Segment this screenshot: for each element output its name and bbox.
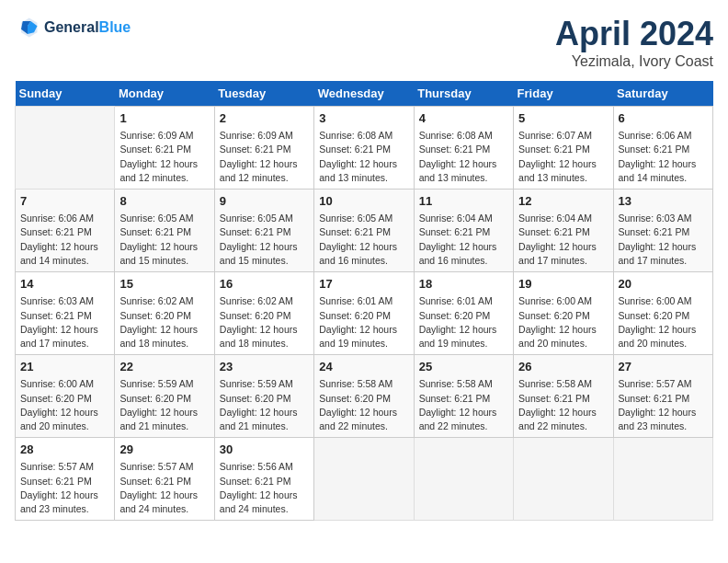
- calendar-week-4: 21Sunrise: 6:00 AMSunset: 6:20 PMDayligh…: [16, 355, 713, 438]
- header-cell-saturday: Saturday: [613, 81, 712, 107]
- day-info: Sunrise: 6:02 AMSunset: 6:20 PMDaylight:…: [220, 294, 309, 350]
- day-number: 21: [20, 359, 109, 375]
- calendar-cell: 14Sunrise: 6:03 AMSunset: 6:21 PMDayligh…: [16, 272, 115, 355]
- calendar-table: SundayMondayTuesdayWednesdayThursdayFrid…: [15, 81, 713, 521]
- day-number: 24: [319, 359, 408, 375]
- day-number: 13: [619, 193, 708, 210]
- logo: GeneralBlue: [15, 15, 131, 40]
- calendar-cell: 7Sunrise: 6:06 AMSunset: 6:21 PMDaylight…: [16, 190, 115, 272]
- calendar-cell: 4Sunrise: 6:08 AMSunset: 6:21 PMDaylight…: [414, 107, 513, 190]
- calendar-title: April 2024: [555, 15, 713, 53]
- calendar-cell: 1Sunrise: 6:09 AMSunset: 6:21 PMDaylight…: [115, 107, 214, 190]
- day-info: Sunrise: 6:01 AMSunset: 6:20 PMDaylight:…: [319, 294, 408, 350]
- calendar-cell: 23Sunrise: 5:59 AMSunset: 6:20 PMDayligh…: [214, 355, 313, 438]
- day-info: Sunrise: 5:58 AMSunset: 6:21 PMDaylight:…: [419, 377, 508, 433]
- day-number: 2: [220, 110, 309, 127]
- header-cell-tuesday: Tuesday: [214, 81, 313, 107]
- day-number: 4: [419, 110, 508, 127]
- day-number: 1: [119, 110, 209, 127]
- day-number: 7: [20, 193, 109, 210]
- calendar-cell: 6Sunrise: 6:06 AMSunset: 6:21 PMDaylight…: [613, 107, 712, 190]
- day-info: Sunrise: 6:03 AMSunset: 6:21 PMDaylight:…: [20, 294, 109, 350]
- calendar-cell: 20Sunrise: 6:00 AMSunset: 6:20 PMDayligh…: [613, 272, 712, 355]
- day-number: 17: [319, 276, 408, 293]
- day-info: Sunrise: 6:02 AMSunset: 6:20 PMDaylight:…: [119, 294, 209, 350]
- day-number: 8: [119, 193, 209, 210]
- day-number: 5: [518, 110, 608, 127]
- day-info: Sunrise: 6:06 AMSunset: 6:21 PMDaylight:…: [619, 129, 708, 185]
- day-number: 9: [220, 193, 309, 210]
- day-info: Sunrise: 6:06 AMSunset: 6:21 PMDaylight:…: [20, 212, 109, 268]
- calendar-cell: 29Sunrise: 5:57 AMSunset: 6:21 PMDayligh…: [115, 438, 214, 521]
- calendar-cell: 28Sunrise: 5:57 AMSunset: 6:21 PMDayligh…: [16, 438, 115, 521]
- calendar-cell: [613, 438, 712, 521]
- day-number: 3: [319, 110, 408, 127]
- day-info: Sunrise: 6:09 AMSunset: 6:21 PMDaylight:…: [119, 129, 209, 185]
- header-cell-friday: Friday: [514, 81, 613, 107]
- calendar-cell: 8Sunrise: 6:05 AMSunset: 6:21 PMDaylight…: [115, 190, 214, 272]
- calendar-cell: [314, 438, 414, 521]
- day-info: Sunrise: 6:05 AMSunset: 6:21 PMDaylight:…: [119, 212, 209, 268]
- day-info: Sunrise: 6:01 AMSunset: 6:20 PMDaylight:…: [419, 294, 508, 350]
- day-info: Sunrise: 5:57 AMSunset: 6:21 PMDaylight:…: [20, 460, 109, 516]
- day-number: 23: [220, 359, 309, 375]
- day-info: Sunrise: 6:00 AMSunset: 6:20 PMDaylight:…: [518, 294, 608, 350]
- day-info: Sunrise: 6:08 AMSunset: 6:21 PMDaylight:…: [319, 129, 408, 185]
- calendar-cell: 18Sunrise: 6:01 AMSunset: 6:20 PMDayligh…: [414, 272, 513, 355]
- day-info: Sunrise: 6:04 AMSunset: 6:21 PMDaylight:…: [518, 212, 608, 268]
- day-info: Sunrise: 5:57 AMSunset: 6:21 PMDaylight:…: [119, 460, 209, 516]
- day-number: 29: [119, 442, 209, 458]
- calendar-cell: [414, 438, 513, 521]
- calendar-header-row: SundayMondayTuesdayWednesdayThursdayFrid…: [16, 81, 713, 107]
- calendar-cell: 10Sunrise: 6:05 AMSunset: 6:21 PMDayligh…: [314, 190, 414, 272]
- day-number: 30: [220, 442, 309, 458]
- day-info: Sunrise: 6:08 AMSunset: 6:21 PMDaylight:…: [419, 129, 508, 185]
- day-number: 27: [619, 359, 708, 375]
- calendar-cell: 5Sunrise: 6:07 AMSunset: 6:21 PMDaylight…: [514, 107, 613, 190]
- calendar-cell: 2Sunrise: 6:09 AMSunset: 6:21 PMDaylight…: [214, 107, 313, 190]
- header-cell-thursday: Thursday: [414, 81, 513, 107]
- day-number: 14: [20, 276, 109, 293]
- calendar-cell: 9Sunrise: 6:05 AMSunset: 6:21 PMDaylight…: [214, 190, 313, 272]
- calendar-cell: [16, 107, 115, 190]
- calendar-cell: 11Sunrise: 6:04 AMSunset: 6:21 PMDayligh…: [414, 190, 513, 272]
- day-info: Sunrise: 6:04 AMSunset: 6:21 PMDaylight:…: [419, 212, 508, 268]
- calendar-cell: [514, 438, 613, 521]
- day-number: 16: [220, 276, 309, 293]
- title-block: April 2024 Yezimala, Ivory Coast: [555, 15, 713, 70]
- calendar-cell: 3Sunrise: 6:08 AMSunset: 6:21 PMDaylight…: [314, 107, 414, 190]
- calendar-cell: 30Sunrise: 5:56 AMSunset: 6:21 PMDayligh…: [214, 438, 313, 521]
- page-header: GeneralBlue April 2024 Yezimala, Ivory C…: [15, 15, 713, 70]
- day-number: 10: [319, 193, 408, 210]
- calendar-cell: 21Sunrise: 6:00 AMSunset: 6:20 PMDayligh…: [16, 355, 115, 438]
- day-info: Sunrise: 5:56 AMSunset: 6:21 PMDaylight:…: [220, 460, 309, 516]
- calendar-cell: 15Sunrise: 6:02 AMSunset: 6:20 PMDayligh…: [115, 272, 214, 355]
- calendar-cell: 16Sunrise: 6:02 AMSunset: 6:20 PMDayligh…: [214, 272, 313, 355]
- calendar-cell: 25Sunrise: 5:58 AMSunset: 6:21 PMDayligh…: [414, 355, 513, 438]
- day-info: Sunrise: 5:59 AMSunset: 6:20 PMDaylight:…: [220, 377, 309, 433]
- day-number: 22: [119, 359, 209, 375]
- calendar-week-1: 1Sunrise: 6:09 AMSunset: 6:21 PMDaylight…: [16, 107, 713, 190]
- day-info: Sunrise: 6:05 AMSunset: 6:21 PMDaylight:…: [220, 212, 309, 268]
- calendar-body: 1Sunrise: 6:09 AMSunset: 6:21 PMDaylight…: [16, 107, 713, 521]
- day-info: Sunrise: 6:00 AMSunset: 6:20 PMDaylight:…: [619, 294, 708, 350]
- calendar-cell: 12Sunrise: 6:04 AMSunset: 6:21 PMDayligh…: [514, 190, 613, 272]
- day-info: Sunrise: 5:58 AMSunset: 6:21 PMDaylight:…: [518, 377, 608, 433]
- calendar-cell: 19Sunrise: 6:00 AMSunset: 6:20 PMDayligh…: [514, 272, 613, 355]
- day-number: 12: [518, 193, 608, 210]
- header-cell-sunday: Sunday: [16, 81, 115, 107]
- day-info: Sunrise: 5:57 AMSunset: 6:21 PMDaylight:…: [619, 377, 708, 433]
- day-info: Sunrise: 6:03 AMSunset: 6:21 PMDaylight:…: [619, 212, 708, 268]
- day-number: 18: [419, 276, 508, 293]
- logo-text: GeneralBlue: [44, 19, 131, 36]
- day-number: 6: [619, 110, 708, 127]
- day-info: Sunrise: 6:09 AMSunset: 6:21 PMDaylight:…: [220, 129, 309, 185]
- day-number: 28: [20, 442, 109, 458]
- calendar-subtitle: Yezimala, Ivory Coast: [555, 53, 713, 70]
- day-info: Sunrise: 6:00 AMSunset: 6:20 PMDaylight:…: [20, 377, 109, 433]
- header-cell-wednesday: Wednesday: [314, 81, 414, 107]
- logo-icon: [15, 15, 40, 40]
- day-info: Sunrise: 6:05 AMSunset: 6:21 PMDaylight:…: [319, 212, 408, 268]
- day-number: 26: [518, 359, 608, 375]
- day-number: 11: [419, 193, 508, 210]
